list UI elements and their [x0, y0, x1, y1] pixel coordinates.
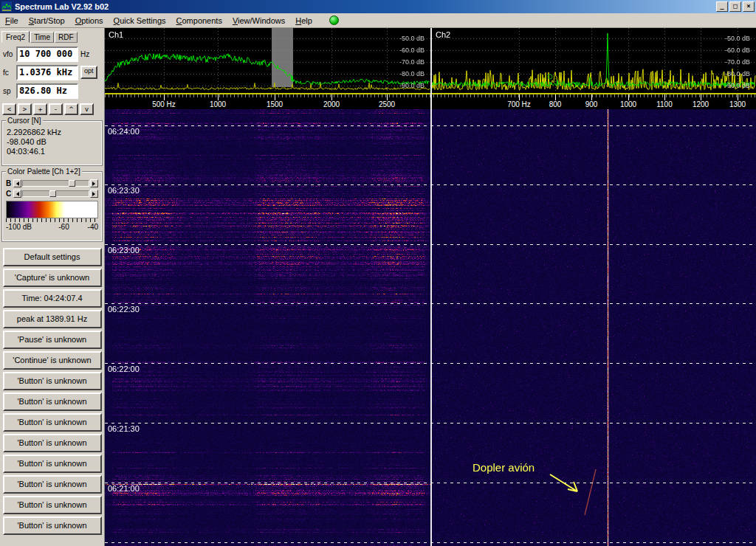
menu-quick-settings[interactable]: Quick Settings: [109, 14, 171, 27]
tab-rdf[interactable]: RDF: [55, 32, 78, 43]
ch2-db-label: -70.0 dB: [713, 58, 750, 66]
tab-time[interactable]: Time: [30, 32, 54, 43]
capture-button[interactable]: 'Capture' is unknown: [3, 269, 102, 287]
freq-tick: [701, 94, 701, 100]
fc-input[interactable]: [16, 65, 78, 80]
menu-options[interactable]: Options: [70, 14, 109, 27]
time-gridline: [105, 423, 756, 424]
sp-row: sp: [1, 83, 103, 99]
ch1-db-label: -70.0 dB: [388, 58, 425, 66]
menubar: File Start/Stop Options Quick Settings C…: [0, 13, 756, 28]
window-title: Spectrum Lab V2.92 b02: [15, 2, 715, 11]
ch2-label: Ch2: [436, 30, 450, 39]
vfo-row: vfo Hz: [1, 46, 103, 62]
brightness-slider[interactable]: [22, 180, 89, 187]
vfo-label: vfo: [1, 50, 16, 58]
contrast-slider-thumb[interactable]: [49, 190, 56, 197]
contrast-right-arrow-icon[interactable]: [90, 190, 98, 198]
brightness-right-arrow-icon[interactable]: [90, 179, 98, 187]
ch2-db-label: -50.0 dB: [713, 35, 750, 42]
contrast-slider[interactable]: [22, 190, 89, 197]
minimize-button[interactable]: _: [716, 1, 728, 12]
waterfall-time-label: 06:23:00: [108, 246, 140, 255]
close-button[interactable]: ×: [743, 1, 755, 12]
spectrum-ch1-canvas[interactable]: [105, 28, 430, 93]
cursor-groupbox-title: Cursor [N]: [6, 117, 43, 125]
ch1-db-label: -80.0 dB: [388, 70, 425, 77]
freq-tick-label: 1000: [210, 100, 226, 108]
waterfall-time-label: 06:22:30: [108, 305, 140, 314]
nav-next-button[interactable]: >: [18, 103, 32, 115]
menu-start-stop[interactable]: Start/Stop: [24, 14, 70, 27]
ch1-db-label: -50.0 dB: [388, 35, 425, 42]
brightness-left-arrow-icon[interactable]: [13, 179, 21, 187]
time-gridline: [105, 483, 756, 483]
freq-tick-label: 900: [585, 100, 598, 108]
unknown-button-4[interactable]: 'Button' is unknown: [3, 434, 102, 452]
peak-display-button[interactable]: peak at 1389.91 Hz: [3, 310, 102, 328]
default-settings-button[interactable]: Default settings: [3, 248, 102, 266]
color-palette-gradient: [6, 201, 98, 218]
freq-tick: [218, 94, 219, 100]
unknown-button-8[interactable]: 'Button' is unknown: [3, 516, 102, 535]
fc-label: fc: [1, 69, 16, 77]
freq-tick: [164, 94, 165, 100]
titlebar[interactable]: Spectrum Lab V2.92 b02 _ □ ×: [0, 0, 756, 13]
tab-freq2[interactable]: Freq2: [1, 31, 30, 43]
freq-tick-label: 2500: [379, 100, 395, 108]
cursor-level: -98.040 dB: [7, 137, 97, 146]
fc-row: fc opt: [1, 64, 103, 80]
unknown-button-5[interactable]: 'Button' is unknown: [3, 455, 102, 473]
cursor-time: 04:03:46.1: [7, 147, 97, 156]
app-window: Spectrum Lab V2.92 b02 _ □ × File Start/…: [0, 0, 756, 546]
nav-plus-button[interactable]: +: [33, 103, 47, 115]
time-display-button[interactable]: Time: 04:24:07.4: [3, 289, 102, 308]
freq-tick-label: 500 Hz: [152, 100, 176, 108]
palette-scale-min: -100 dB: [6, 223, 32, 231]
action-button-stack: Default settings 'Capture' is unknown Ti…: [0, 248, 104, 535]
continue-button[interactable]: 'Continue' is unknown: [3, 351, 102, 370]
maximize-button[interactable]: □: [729, 1, 741, 12]
nav-minus-button[interactable]: -: [49, 103, 63, 115]
unknown-button-7[interactable]: 'Button' is unknown: [3, 496, 102, 514]
freq-tick-label: 1500: [267, 100, 283, 108]
nav-down-button[interactable]: v: [80, 103, 94, 115]
time-gridline: [105, 244, 756, 245]
unknown-button-1[interactable]: 'Button' is unknown: [3, 372, 102, 390]
unknown-button-6[interactable]: 'Button' is unknown: [3, 475, 102, 494]
vfo-input[interactable]: [16, 46, 78, 62]
menu-help[interactable]: Help: [290, 14, 317, 27]
menu-components[interactable]: Components: [171, 14, 227, 27]
palette-tick-scale: [6, 218, 98, 222]
opt-button[interactable]: opt: [80, 66, 97, 79]
app-icon: [1, 1, 12, 12]
sp-input[interactable]: [16, 83, 78, 99]
nav-up-button[interactable]: ^: [64, 103, 78, 115]
unknown-button-3[interactable]: 'Button' is unknown: [3, 413, 102, 432]
waterfall-ch1-canvas[interactable]: [105, 109, 430, 546]
brightness-slider-thumb[interactable]: [69, 180, 75, 187]
main-area: Ch1 Ch2 -50.0 dB -60.0 dB -70.0 dB -80.0…: [105, 28, 756, 546]
freq-tick: [555, 94, 556, 100]
freq-tick: [519, 94, 520, 100]
time-gridline: [105, 303, 756, 304]
ch2-db-label: -90.0 dB: [713, 82, 750, 89]
freq-tick-label: 1300: [729, 100, 746, 108]
unknown-button-2[interactable]: 'Button' is unknown: [3, 393, 102, 411]
status-led-icon: [329, 15, 339, 25]
menu-file[interactable]: File: [0, 14, 24, 27]
waterfall-ch2-canvas[interactable]: [432, 109, 756, 546]
contrast-left-arrow-icon[interactable]: [13, 190, 21, 198]
freq-nav-buttons: < > + - ^ v: [2, 103, 102, 115]
freq-tick-label: 1200: [693, 100, 709, 108]
freq-tick: [387, 94, 388, 100]
brightness-slider-row: B: [6, 179, 98, 188]
brightness-label: B: [6, 179, 13, 187]
spectrum-ch2-canvas[interactable]: [432, 28, 756, 93]
freq-tick-label: 2000: [323, 100, 340, 108]
palette-scale-mid: -60: [58, 223, 69, 231]
cursor-groupbox: Cursor [N] 2.2926862 kHz -98.040 dB 04:0…: [1, 120, 103, 166]
nav-prev-button[interactable]: <: [2, 103, 16, 115]
menu-view-windows[interactable]: View/Windows: [227, 14, 290, 27]
pause-button[interactable]: 'Pause' is unknown: [3, 331, 102, 349]
